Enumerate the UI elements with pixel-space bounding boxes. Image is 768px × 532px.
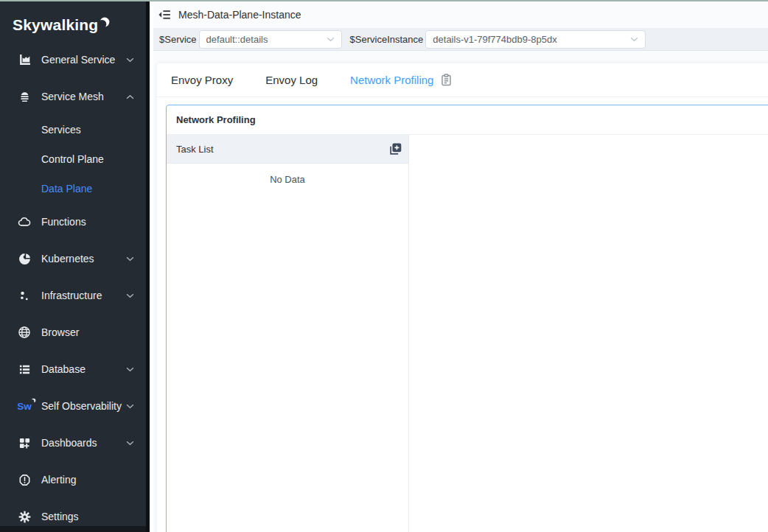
- sidebar: Skywalking General Service Service: [0, 0, 150, 532]
- dots-cluster-icon: [18, 289, 31, 302]
- service-variable-label: $Service: [159, 34, 197, 45]
- main-area: Mesh-Data-Plane-Instance $Service defaul…: [153, 1, 768, 532]
- sidebar-item-self-observability[interactable]: Sw Self Observability: [0, 388, 146, 424]
- network-profiling-panel: Network Profiling Task List: [166, 105, 768, 532]
- sidebar-item-services[interactable]: Services: [0, 115, 146, 144]
- sidebar-item-control-plane[interactable]: Control Plane: [0, 144, 146, 174]
- skywalking-logo-text: Skywalking: [13, 16, 98, 34]
- sidebar-item-label: Infrastructure: [41, 290, 126, 301]
- gear-icon: [18, 510, 31, 523]
- service-select[interactable]: default::details: [199, 30, 342, 49]
- tabs-row: Envoy Proxy Envoy Log Network Profiling: [157, 63, 768, 97]
- alert-hexagon-icon: [18, 473, 31, 486]
- service-instance-select[interactable]: details-v1-79f774bdb9-8p5dx: [425, 30, 646, 49]
- moon-icon: [99, 16, 111, 28]
- sidebar-item-kubernetes[interactable]: Kubernetes: [0, 240, 146, 277]
- sidebar-item-database[interactable]: Database: [0, 351, 146, 388]
- page-header: Mesh-Data-Plane-Instance: [153, 1, 768, 28]
- list-icon: [18, 363, 31, 376]
- variables-toolbar: $Service default::details $ServiceInstan…: [153, 28, 768, 51]
- tab-envoy-proxy[interactable]: Envoy Proxy: [171, 74, 233, 86]
- globe-icon: [18, 326, 31, 339]
- page-title: Mesh-Data-Plane-Instance: [178, 9, 301, 21]
- sidebar-item-label: Self Observability: [41, 400, 126, 412]
- sidebar-item-browser[interactable]: Browser: [0, 314, 146, 351]
- sidebar-item-alerting[interactable]: Alerting: [0, 461, 146, 498]
- sidebar-item-label: Kubernetes: [41, 253, 126, 265]
- cloud-icon: [18, 215, 31, 228]
- sidebar-bottom-strip: [0, 526, 146, 532]
- panel-header: Network Profiling: [167, 105, 768, 135]
- sidebar-item-label: Control Plane: [41, 153, 134, 165]
- tab-envoy-log[interactable]: Envoy Log: [265, 74, 318, 86]
- sidebar-item-label: Services: [41, 124, 134, 136]
- new-task-icon[interactable]: [388, 142, 402, 156]
- sidebar-item-general-service[interactable]: General Service: [0, 41, 146, 78]
- sidebar-item-label: Data Plane: [41, 183, 134, 195]
- tab-network-profiling[interactable]: Network Profiling: [350, 74, 433, 86]
- sidebar-item-label: Settings: [41, 511, 134, 522]
- skywalking-sw-icon: Sw: [18, 399, 31, 413]
- instance-detail-card: Envoy Proxy Envoy Log Network Profiling …: [157, 63, 768, 532]
- task-list-column: Task List No Data: [167, 135, 409, 532]
- chevron-up-icon: [126, 94, 134, 99]
- area-chart-icon: [18, 53, 31, 66]
- panel-title: Network Profiling: [176, 114, 256, 125]
- task-list-title: Task List: [176, 144, 214, 155]
- clipboard-icon[interactable]: [440, 74, 453, 86]
- sidebar-item-label: Functions: [41, 216, 134, 228]
- pie-chart-icon: [18, 252, 31, 265]
- mesh-layers-icon: [18, 90, 31, 103]
- task-list-empty-text: No Data: [167, 164, 408, 185]
- sidebar-item-data-plane[interactable]: Data Plane: [0, 174, 146, 203]
- chevron-down-icon: [126, 256, 134, 262]
- task-list-header: Task List: [167, 135, 408, 164]
- sidebar-item-service-mesh[interactable]: Service Mesh: [0, 78, 146, 115]
- grid-plus-icon: [18, 436, 31, 449]
- service-select-value: default::details: [206, 34, 268, 45]
- sidebar-item-infrastructure[interactable]: Infrastructure: [0, 277, 146, 314]
- chevron-down-icon: [327, 37, 335, 42]
- sidebar-item-functions[interactable]: Functions: [0, 203, 146, 240]
- skywalking-logo[interactable]: Skywalking: [0, 0, 146, 41]
- sidebar-item-label: Browser: [41, 326, 134, 338]
- sidebar-item-label: Database: [41, 363, 126, 375]
- sidebar-item-label: Dashboards: [41, 437, 126, 449]
- collapse-sidebar-icon[interactable]: [158, 8, 171, 21]
- top-accent-strip: [0, 0, 768, 1]
- task-detail-area: [409, 135, 768, 532]
- sidebar-item-dashboards[interactable]: Dashboards: [0, 424, 146, 461]
- panel-body: Task List No Data: [167, 135, 768, 532]
- chevron-down-icon: [126, 293, 134, 298]
- instance-select-value: details-v1-79f774bdb9-8p5dx: [433, 34, 556, 45]
- chevron-down-icon: [126, 404, 134, 409]
- sidebar-item-label: Service Mesh: [41, 91, 126, 102]
- instance-variable-label: $ServiceInstance: [350, 34, 424, 45]
- chevron-down-icon: [126, 441, 134, 446]
- chevron-down-icon: [126, 367, 134, 372]
- chevron-down-icon: [630, 37, 638, 42]
- sidebar-item-label: General Service: [41, 54, 126, 66]
- sidebar-item-label: Alerting: [41, 474, 134, 486]
- chevron-down-icon: [126, 57, 134, 63]
